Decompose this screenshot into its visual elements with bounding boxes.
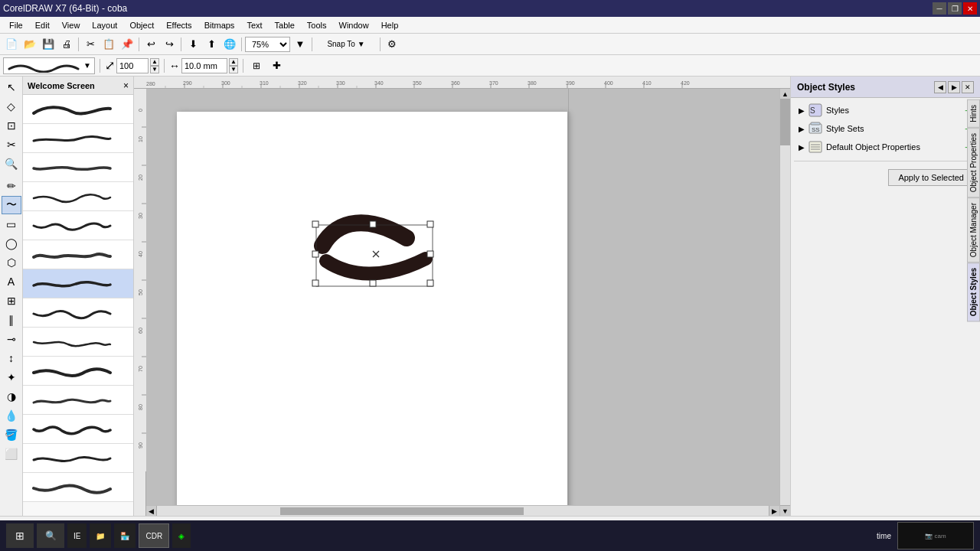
menu-object[interactable]: Object	[123, 19, 160, 31]
vscrollbar[interactable]: ▲ ▼	[779, 89, 790, 516]
vscroll-down[interactable]: ▼	[780, 505, 790, 516]
brush-list[interactable]	[23, 95, 133, 516]
styles-row[interactable]: ▶ S Styles +	[794, 101, 977, 119]
taskbar-ie[interactable]: IE	[67, 523, 87, 548]
size-input[interactable]	[116, 58, 149, 73]
new-button[interactable]: 📄	[3, 36, 20, 53]
apply-to-selected-button[interactable]: Apply to Selected	[888, 169, 974, 186]
start-button[interactable]: ⊞	[6, 523, 34, 548]
hints-tab[interactable]: Hints	[967, 99, 980, 128]
effects-tool[interactable]: ✦	[2, 368, 21, 386]
menu-table[interactable]: Table	[269, 19, 301, 31]
ellipse-tool[interactable]: ◯	[2, 234, 21, 253]
brush-stroke-dropdown[interactable]: ▼	[3, 57, 95, 74]
freehand-tool[interactable]: ✏	[2, 177, 21, 195]
brush-item[interactable]	[23, 415, 133, 444]
open-button[interactable]: 📂	[21, 36, 38, 53]
export-button[interactable]: ⬆	[203, 36, 220, 53]
object-styles-tab[interactable]: Object Styles	[967, 262, 980, 321]
cut-button[interactable]: ✂	[82, 36, 99, 53]
zoom-tool[interactable]: 🔍	[2, 155, 21, 173]
default-props-row[interactable]: ▶ Default Object Properties +	[794, 138, 977, 156]
menu-help[interactable]: Help	[375, 19, 405, 31]
menu-text[interactable]: Text	[240, 19, 268, 31]
brush-item[interactable]	[23, 298, 133, 328]
search-button[interactable]: 🔍	[37, 523, 64, 548]
menu-window[interactable]: Window	[333, 19, 375, 31]
menu-layout[interactable]: Layout	[86, 19, 123, 31]
hscroll-right[interactable]: ▶	[769, 506, 779, 516]
brush-item[interactable]	[23, 95, 133, 124]
width-up-button[interactable]: ▲	[229, 58, 238, 66]
options-button[interactable]: ⚙	[384, 36, 400, 53]
apply-strokes-button[interactable]: ⊞	[248, 57, 265, 74]
hscroll-left[interactable]: ◀	[146, 506, 157, 516]
publish-button[interactable]: 🌐	[221, 36, 238, 53]
brush-item[interactable]	[23, 386, 133, 415]
taskbar-coreldraw[interactable]: CDR	[139, 523, 169, 548]
snap-to-button[interactable]: Snap To ▼	[315, 36, 377, 53]
zoom-dropdown[interactable]: 75% 50% 100% 150%	[245, 37, 290, 52]
print-button[interactable]: 🖨	[58, 36, 75, 53]
transparency-tool[interactable]: ◑	[2, 387, 21, 406]
panel-close-button[interactable]: ✕	[962, 81, 974, 93]
object-manager-tab[interactable]: Object Manager	[967, 197, 980, 262]
brush-item-selected[interactable]	[23, 269, 133, 298]
brush-item[interactable]	[23, 328, 133, 357]
crop-tool[interactable]: ✂	[2, 135, 21, 154]
fill-tool[interactable]: 🪣	[2, 425, 21, 444]
brush-item[interactable]	[23, 240, 133, 269]
taskbar-app2[interactable]: ◈	[172, 523, 191, 548]
restore-button[interactable]: ❐	[948, 2, 962, 15]
undo-button[interactable]: ↩	[142, 36, 159, 53]
width-input[interactable]	[181, 58, 227, 73]
menu-view[interactable]: View	[56, 19, 87, 31]
table-tool[interactable]: ⊞	[2, 292, 21, 310]
size-up-button[interactable]: ▲	[150, 58, 159, 66]
hscroll-thumb[interactable]	[280, 507, 524, 515]
brush-item[interactable]	[23, 473, 133, 502]
brush-item[interactable]	[23, 182, 133, 211]
panel-prev-button[interactable]: ◀	[934, 81, 946, 93]
style-sets-row[interactable]: ▶ SS Style Sets +	[794, 119, 977, 138]
menu-effects[interactable]: Effects	[160, 19, 198, 31]
brush-item[interactable]	[23, 153, 133, 182]
copy-button[interactable]: 📋	[100, 36, 117, 53]
taskbar-store[interactable]: 🏪	[114, 523, 136, 548]
import-button[interactable]: ⬇	[185, 36, 201, 53]
taskbar-explorer[interactable]: 📁	[90, 523, 111, 548]
size-down-button[interactable]: ▼	[150, 66, 159, 73]
text-tool[interactable]: A	[2, 272, 21, 291]
save-button[interactable]: 💾	[40, 36, 57, 53]
brush-item[interactable]	[23, 124, 133, 153]
artistic-media-tool[interactable]: 〜	[2, 196, 21, 214]
zoom-options-button[interactable]: ▼	[292, 36, 309, 53]
menu-edit[interactable]: Edit	[29, 19, 56, 31]
paste-button[interactable]: 📌	[119, 36, 136, 53]
panel-next-button[interactable]: ▶	[948, 81, 960, 93]
shape-tool[interactable]: ◇	[2, 97, 21, 116]
menu-file[interactable]: File	[3, 19, 29, 31]
minimize-button[interactable]: ─	[933, 2, 946, 15]
add-preset-button[interactable]: ✚	[268, 57, 285, 74]
rectangle-tool[interactable]: ▭	[2, 215, 21, 233]
connector-tool[interactable]: ⊸	[2, 330, 21, 348]
outline-tool[interactable]: ⬜	[2, 445, 21, 463]
menu-bitmaps[interactable]: Bitmaps	[198, 19, 241, 31]
eyedropper-tool[interactable]: 💧	[2, 406, 21, 425]
brush-panel-close[interactable]: ×	[123, 80, 129, 91]
close-button[interactable]: ✕	[963, 2, 977, 15]
parallel-tool[interactable]: ∥	[2, 311, 21, 329]
hscrollbar[interactable]: ◀ ▶	[146, 505, 779, 516]
vscroll-thumb[interactable]	[780, 99, 790, 145]
redo-button[interactable]: ↪	[161, 36, 178, 53]
vscroll-up[interactable]: ▲	[780, 89, 790, 99]
brush-item[interactable]	[23, 211, 133, 240]
transform-tool[interactable]: ⊡	[2, 116, 21, 135]
canvas-content[interactable]: ▲ ▼ ◀ ▶	[146, 89, 790, 516]
brush-item[interactable]	[23, 444, 133, 473]
width-down-button[interactable]: ▼	[229, 66, 238, 73]
object-properties-tab[interactable]: Object Properties	[967, 128, 980, 197]
dimension-tool[interactable]: ↕	[2, 349, 21, 367]
brush-item[interactable]	[23, 357, 133, 386]
